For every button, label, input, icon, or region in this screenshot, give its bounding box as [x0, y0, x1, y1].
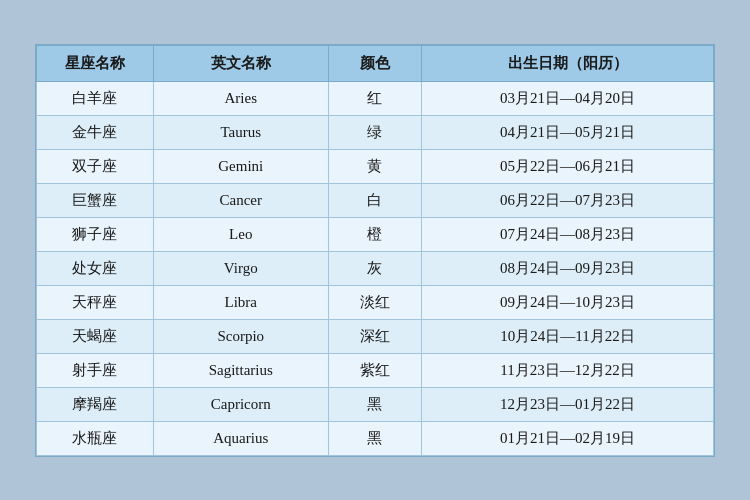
table-row: 射手座Sagittarius紫红11月23日—12月22日: [37, 353, 714, 387]
table-row: 白羊座Aries红03月21日—04月20日: [37, 81, 714, 115]
header-english: 英文名称: [153, 45, 328, 81]
table-row: 处女座Virgo灰08月24日—09月23日: [37, 251, 714, 285]
cell-color: 白: [328, 183, 421, 217]
cell-english: Libra: [153, 285, 328, 319]
cell-english: Taurus: [153, 115, 328, 149]
cell-color: 红: [328, 81, 421, 115]
header-chinese: 星座名称: [37, 45, 154, 81]
cell-chinese: 双子座: [37, 149, 154, 183]
table-row: 摩羯座Capricorn黑12月23日—01月22日: [37, 387, 714, 421]
cell-chinese: 狮子座: [37, 217, 154, 251]
cell-chinese: 金牛座: [37, 115, 154, 149]
cell-color: 黑: [328, 421, 421, 455]
cell-color: 灰: [328, 251, 421, 285]
cell-date: 04月21日—05月21日: [422, 115, 714, 149]
cell-english: Sagittarius: [153, 353, 328, 387]
cell-date: 03月21日—04月20日: [422, 81, 714, 115]
table-header-row: 星座名称 英文名称 颜色 出生日期（阳历）: [37, 45, 714, 81]
cell-date: 11月23日—12月22日: [422, 353, 714, 387]
cell-chinese: 白羊座: [37, 81, 154, 115]
header-color: 颜色: [328, 45, 421, 81]
table-row: 水瓶座Aquarius黑01月21日—02月19日: [37, 421, 714, 455]
cell-chinese: 天蝎座: [37, 319, 154, 353]
cell-date: 06月22日—07月23日: [422, 183, 714, 217]
cell-date: 08月24日—09月23日: [422, 251, 714, 285]
cell-english: Cancer: [153, 183, 328, 217]
cell-date: 01月21日—02月19日: [422, 421, 714, 455]
cell-english: Capricorn: [153, 387, 328, 421]
cell-english: Virgo: [153, 251, 328, 285]
cell-date: 12月23日—01月22日: [422, 387, 714, 421]
cell-color: 紫红: [328, 353, 421, 387]
cell-english: Scorpio: [153, 319, 328, 353]
cell-english: Gemini: [153, 149, 328, 183]
cell-english: Aquarius: [153, 421, 328, 455]
header-date: 出生日期（阳历）: [422, 45, 714, 81]
cell-chinese: 巨蟹座: [37, 183, 154, 217]
cell-color: 淡红: [328, 285, 421, 319]
cell-english: Leo: [153, 217, 328, 251]
cell-date: 07月24日—08月23日: [422, 217, 714, 251]
table-body: 白羊座Aries红03月21日—04月20日金牛座Taurus绿04月21日—0…: [37, 81, 714, 455]
cell-english: Aries: [153, 81, 328, 115]
table-row: 巨蟹座Cancer白06月22日—07月23日: [37, 183, 714, 217]
table-row: 双子座Gemini黄05月22日—06月21日: [37, 149, 714, 183]
table-row: 天秤座Libra淡红09月24日—10月23日: [37, 285, 714, 319]
cell-chinese: 摩羯座: [37, 387, 154, 421]
cell-color: 绿: [328, 115, 421, 149]
cell-date: 09月24日—10月23日: [422, 285, 714, 319]
cell-date: 10月24日—11月22日: [422, 319, 714, 353]
cell-color: 黑: [328, 387, 421, 421]
cell-chinese: 射手座: [37, 353, 154, 387]
table-row: 狮子座Leo橙07月24日—08月23日: [37, 217, 714, 251]
cell-date: 05月22日—06月21日: [422, 149, 714, 183]
table-row: 天蝎座Scorpio深红10月24日—11月22日: [37, 319, 714, 353]
cell-chinese: 处女座: [37, 251, 154, 285]
zodiac-table: 星座名称 英文名称 颜色 出生日期（阳历） 白羊座Aries红03月21日—04…: [36, 45, 714, 456]
cell-color: 黄: [328, 149, 421, 183]
cell-color: 橙: [328, 217, 421, 251]
zodiac-table-container: 星座名称 英文名称 颜色 出生日期（阳历） 白羊座Aries红03月21日—04…: [35, 44, 715, 457]
table-row: 金牛座Taurus绿04月21日—05月21日: [37, 115, 714, 149]
cell-chinese: 水瓶座: [37, 421, 154, 455]
cell-chinese: 天秤座: [37, 285, 154, 319]
cell-color: 深红: [328, 319, 421, 353]
